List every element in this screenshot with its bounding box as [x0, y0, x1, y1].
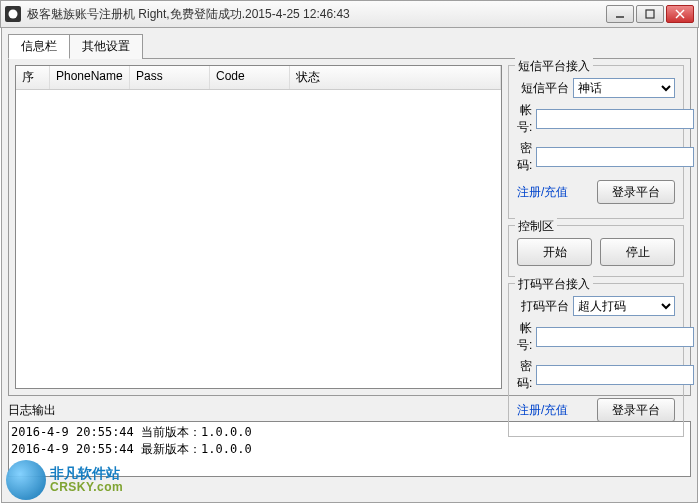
sms-account-input[interactable]: [536, 109, 694, 129]
tab-other[interactable]: 其他设置: [69, 34, 143, 59]
sms-account-label: 帐号:: [517, 102, 532, 136]
dama-groupbox: 打码平台接入 打码平台 超人打码 帐号: 密码: 注册/充值: [508, 283, 684, 437]
tab-strip: 信息栏 其他设置: [8, 34, 697, 59]
svg-point-0: [9, 10, 18, 19]
sms-platform-label: 短信平台: [517, 80, 569, 97]
watermark: 非凡软件站 CRSKY.com: [6, 460, 123, 500]
sms-legend: 短信平台接入: [515, 58, 593, 75]
dama-platform-label: 打码平台: [517, 298, 569, 315]
dama-account-label: 帐号:: [517, 320, 532, 354]
sms-register-link[interactable]: 注册/充值: [517, 184, 568, 201]
dama-password-label: 密码:: [517, 358, 532, 392]
control-groupbox: 控制区 开始 停止: [508, 225, 684, 277]
dama-platform-select[interactable]: 超人打码: [573, 296, 675, 316]
tab-panel-info: 序 PhoneName Pass Code 状态 短信平台接入 短信平台 神话 …: [8, 58, 691, 396]
sms-platform-select[interactable]: 神话: [573, 78, 675, 98]
account-listview[interactable]: 序 PhoneName Pass Code 状态: [15, 65, 502, 389]
col-status[interactable]: 状态: [290, 66, 501, 89]
listview-header: 序 PhoneName Pass Code 状态: [16, 66, 501, 90]
dama-login-button[interactable]: 登录平台: [597, 398, 675, 422]
watermark-en: CRSKY.com: [50, 481, 123, 494]
globe-icon: [6, 460, 46, 500]
client-area: 信息栏 其他设置 序 PhoneName Pass Code 状态 短信平台接入…: [1, 28, 698, 503]
dama-register-link[interactable]: 注册/充值: [517, 402, 568, 419]
minimize-button[interactable]: [606, 5, 634, 23]
control-legend: 控制区: [515, 218, 557, 235]
sms-password-label: 密码:: [517, 140, 532, 174]
dama-legend: 打码平台接入: [515, 276, 593, 293]
col-seq[interactable]: 序: [16, 66, 50, 89]
tab-info[interactable]: 信息栏: [8, 34, 70, 59]
titlebar: 极客魅族账号注册机 Right,免费登陆成功.2015-4-25 12:46:4…: [0, 0, 699, 28]
col-code[interactable]: Code: [210, 66, 290, 89]
window-title: 极客魅族账号注册机 Right,免费登陆成功.2015-4-25 12:46:4…: [27, 6, 606, 23]
sms-password-input[interactable]: [536, 147, 694, 167]
stop-button[interactable]: 停止: [600, 238, 675, 266]
maximize-button[interactable]: [636, 5, 664, 23]
app-icon: [5, 6, 21, 22]
close-button[interactable]: [666, 5, 694, 23]
sms-groupbox: 短信平台接入 短信平台 神话 帐号: 密码: 注册/充值 登录: [508, 65, 684, 219]
sms-login-button[interactable]: 登录平台: [597, 180, 675, 204]
dama-password-input[interactable]: [536, 365, 694, 385]
right-column: 短信平台接入 短信平台 神话 帐号: 密码: 注册/充值 登录: [508, 65, 684, 389]
start-button[interactable]: 开始: [517, 238, 592, 266]
svg-rect-2: [646, 10, 654, 18]
col-pass[interactable]: Pass: [130, 66, 210, 89]
col-phonename[interactable]: PhoneName: [50, 66, 130, 89]
watermark-cn: 非凡软件站: [50, 466, 123, 481]
dama-account-input[interactable]: [536, 327, 694, 347]
